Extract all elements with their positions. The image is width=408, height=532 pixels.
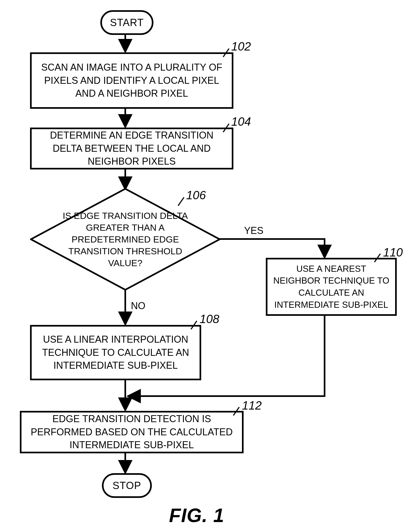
- process-102-text: SCAN AN IMAGE INTO A PLURALITY OF PIXELS…: [36, 61, 227, 100]
- process-104: DETERMINE AN EDGE TRANSITION DELTA BETWE…: [30, 128, 233, 169]
- process-108-text: USE A LINEAR INTERPOLATION TECHNIQUE TO …: [36, 333, 195, 372]
- stop-terminator: STOP: [102, 473, 152, 498]
- process-112: EDGE TRANSITION DETECTION IS PERFORMED B…: [20, 411, 244, 453]
- process-102: SCAN AN IMAGE INTO A PLURALITY OF PIXELS…: [30, 52, 233, 109]
- ref-label-108: 108: [200, 312, 219, 326]
- ref-label-106: 106: [186, 189, 206, 202]
- ref-label-112: 112: [242, 399, 262, 412]
- flowchart-canvas: START SCAN AN IMAGE INTO A PLURALITY OF …: [0, 0, 408, 532]
- ref-label-110: 110: [383, 246, 403, 259]
- ref-label-102: 102: [231, 40, 251, 53]
- start-label: START: [110, 17, 144, 28]
- ref-label-104: 104: [231, 115, 251, 128]
- branch-yes-label: YES: [244, 225, 263, 236]
- process-112-text: EDGE TRANSITION DETECTION IS PERFORMED B…: [26, 412, 237, 452]
- process-110-text: USE A NEAREST NEIGHBOR TECHNIQUE TO CALC…: [272, 263, 390, 311]
- figure-label: FIG. 1: [169, 504, 224, 526]
- process-104-text: DETERMINE AN EDGE TRANSITION DELTA BETWE…: [36, 129, 227, 168]
- branch-no-label: NO: [131, 300, 145, 312]
- decision-106-text: IS EDGE TRANSITION DELTA GREATER THAN A …: [52, 204, 199, 274]
- process-110: USE A NEAREST NEIGHBOR TECHNIQUE TO CALC…: [266, 258, 397, 316]
- stop-label: STOP: [113, 480, 141, 491]
- start-terminator: START: [100, 10, 153, 35]
- process-108: USE A LINEAR INTERPOLATION TECHNIQUE TO …: [30, 325, 201, 380]
- decision-106: IS EDGE TRANSITION DELTA GREATER THAN A …: [30, 188, 220, 291]
